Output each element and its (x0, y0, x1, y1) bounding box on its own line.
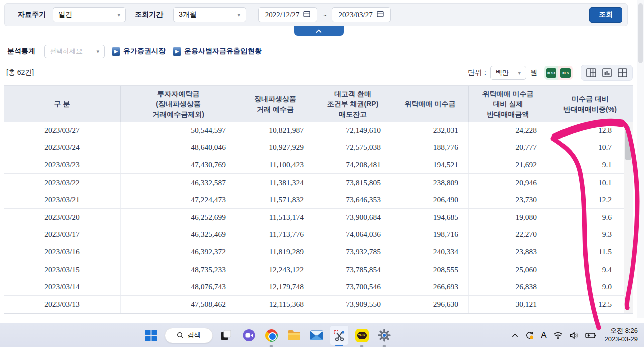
grid-view-button[interactable] (618, 68, 627, 77)
collapse-panel-tab[interactable] (294, 26, 344, 36)
link-fund-flow-by-manager[interactable]: ▶ 운용사별자금유출입현황 (173, 47, 262, 56)
chevron-down-icon: ▾ (117, 12, 120, 18)
value-cell: 11,713,776 (236, 226, 314, 243)
value-cell: 47,430,769 (121, 156, 236, 173)
value-cell: 10.7 (547, 139, 624, 156)
split-view-button[interactable] (586, 68, 596, 77)
value-cell: 11,381,324 (236, 174, 314, 191)
value-cell: 194,521 (391, 156, 469, 173)
date-range-tilde: ~ (323, 11, 327, 19)
value-cell: 74,208,481 (314, 156, 391, 173)
snipping-tool-icon (333, 329, 346, 342)
column-header[interactable]: 위탁매매 미수금 대비 실제 반대매매금액 (469, 86, 547, 122)
date-cell: 2023/03/22 (4, 174, 121, 191)
table-scrollbar[interactable]: ▲ ▼ (624, 122, 633, 313)
value-cell: 21,692 (469, 156, 547, 173)
link-securities-market[interactable]: ▶ 유가증권시장 (112, 47, 166, 56)
table-row[interactable]: 2023/03/2347,430,76911,100,42374,208,481… (4, 156, 624, 174)
chevron-down-icon: ▾ (237, 12, 240, 18)
unit-value: 백만 (496, 68, 509, 77)
column-header[interactable]: 장내파생상품 거래 예수금 (236, 86, 314, 122)
snipping-tool-button[interactable] (330, 325, 349, 345)
scroll-down-icon[interactable]: ▼ (624, 305, 633, 312)
value-cell: 19,080 (469, 209, 547, 226)
arrow-right-icon: ▶ (173, 47, 181, 56)
column-header[interactable]: 대고객 환매 조건부 채권(RP) 매도잔고 (314, 86, 391, 122)
data-period-select[interactable]: 일간 ▾ (53, 7, 126, 22)
ime-language-indicator[interactable]: A (541, 330, 546, 340)
column-header[interactable]: 위탁매매 미수금 (391, 86, 469, 122)
battery-icon[interactable] (585, 332, 596, 339)
table-row[interactable]: 2023/03/1347,508,46212,115,36873,909,550… (4, 296, 624, 313)
page-scrollbar[interactable] (637, 0, 644, 318)
xls-file-icon: XLS (560, 68, 571, 78)
query-range-select[interactable]: 3개월 ▾ (173, 7, 246, 22)
value-cell: 232,031 (391, 122, 469, 139)
unit-toolbar: 단위 : 백만 ▾ 원 XLSX XLS (468, 65, 633, 80)
value-cell: 10,927,929 (236, 139, 314, 156)
value-cell: 73,785,854 (314, 261, 391, 278)
link-label: 운용사별자금유출입현황 (184, 47, 262, 56)
column-header[interactable]: 구 분 (4, 86, 121, 122)
mail-button[interactable] (307, 325, 326, 345)
start-button[interactable] (141, 325, 161, 345)
export-xls-button[interactable]: XLS (558, 66, 573, 80)
table-row[interactable]: 2023/03/2046,252,69911,513,17473,900,684… (4, 209, 624, 226)
wifi-icon[interactable] (553, 332, 563, 339)
export-xlsx-button[interactable]: XLSX (544, 66, 558, 80)
kakaotalk-button[interactable]: TALK (352, 325, 371, 345)
video-call-icon (242, 329, 256, 342)
calendar-icon[interactable] (303, 10, 310, 19)
value-cell: 296,630 (391, 296, 469, 313)
value-cell: 208,555 (391, 261, 469, 278)
search-button[interactable]: 조회 (589, 7, 622, 23)
value-cell: 47,224,473 (121, 191, 236, 208)
chrome-icon (265, 329, 278, 342)
chart-view-button[interactable] (602, 68, 612, 77)
hidden-icons-chevron[interactable] (512, 333, 518, 337)
date-from-input[interactable]: 2022/12/27 (258, 7, 317, 22)
taskbar-search[interactable]: 검색 (165, 328, 213, 343)
query-range-value: 3개월 (179, 10, 197, 19)
settings-button[interactable] (375, 325, 394, 345)
table-row[interactable]: 2023/03/2147,224,47311,571,83273,646,353… (4, 191, 624, 209)
taskbar-clock[interactable]: 오전 8:26 2023-03-29 (605, 327, 638, 344)
date-cell: 2023/03/27 (4, 122, 121, 139)
value-cell: 12,179,748 (236, 278, 314, 295)
arrow-right-icon: ▶ (112, 47, 120, 56)
sync-status-icon[interactable] (525, 331, 534, 340)
file-explorer-button[interactable] (284, 325, 303, 345)
table-row[interactable]: 2023/03/1548,735,23312,243,12273,785,854… (4, 261, 624, 279)
scrollbar-thumb[interactable] (625, 131, 631, 160)
unit-label: 단위 : (468, 68, 486, 77)
table-row[interactable]: 2023/03/1646,392,37211,819,28973,932,785… (4, 243, 624, 261)
column-header[interactable]: 미수금 대비 반대매매비중(%) (547, 86, 633, 122)
value-cell: 266,693 (391, 278, 469, 295)
table-row[interactable]: 2023/03/2448,640,04610,927,92972,575,038… (4, 139, 624, 157)
query-range-label: 조회기간 (135, 10, 163, 19)
system-tray: A 오전 8:26 2023-03-29 (512, 323, 638, 347)
value-cell: 74,064,036 (314, 226, 391, 243)
analysis-row: 분석통계 선택하세요 ▾ ▶ 유가증권시장 ▶ 운용사별자금유출입현황 (7, 44, 262, 58)
page-scrollbar-thumb[interactable] (638, 3, 643, 63)
table-row[interactable]: 2023/03/1746,325,46911,713,77674,064,036… (4, 226, 624, 244)
table-row[interactable]: 2023/03/2750,544,59710,821,98772,149,610… (4, 122, 624, 139)
value-cell: 50,544,597 (121, 122, 236, 139)
table-row[interactable]: 2023/03/1448,076,74312,179,74873,700,546… (4, 278, 624, 296)
column-header[interactable]: 투자자예탁금 (장내파생상품 거래예수금제외) (121, 86, 236, 122)
table-row[interactable]: 2023/03/2246,332,58711,381,32473,815,805… (4, 174, 624, 192)
volume-icon[interactable] (570, 332, 579, 339)
value-cell: 46,332,587 (121, 174, 236, 191)
chrome-button[interactable] (262, 325, 281, 345)
date-to-input[interactable]: 2023/03/27 (332, 7, 391, 22)
task-view-button[interactable] (216, 325, 235, 345)
value-cell: 12.8 (547, 122, 624, 139)
value-cell: 9.0 (547, 278, 624, 295)
chevron-down-icon: ▾ (518, 70, 521, 76)
unit-select[interactable]: 백만 ▾ (490, 66, 526, 80)
analysis-select[interactable]: 선택하세요 ▾ (44, 45, 105, 58)
windows-logo-icon (145, 329, 157, 342)
video-call-app-button[interactable] (239, 325, 258, 345)
scroll-up-icon[interactable]: ▲ (624, 123, 633, 130)
calendar-icon[interactable] (377, 10, 384, 19)
